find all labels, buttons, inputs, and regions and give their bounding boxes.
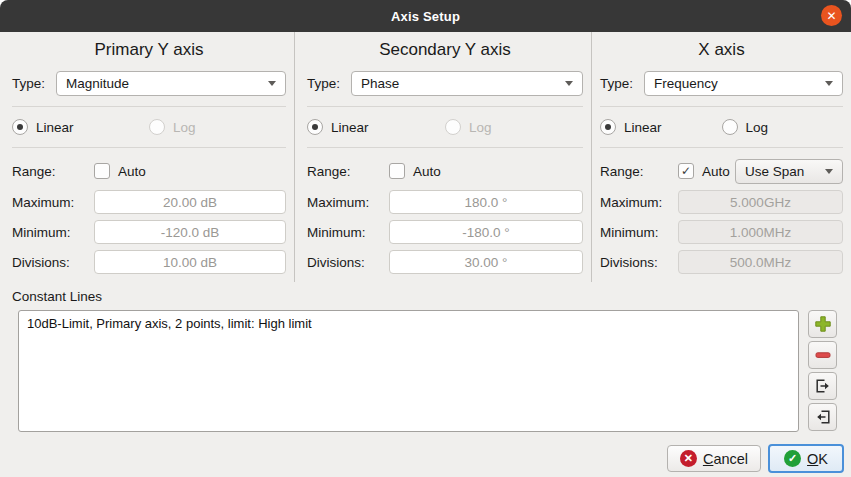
- secondary-auto-checkbox[interactable]: [389, 163, 405, 179]
- chevron-down-icon: [565, 81, 573, 86]
- primary-type-dropdown[interactable]: Magnitude: [56, 71, 286, 96]
- maximum-label: Maximum:: [307, 195, 389, 210]
- titlebar: Axis Setup ✕: [0, 0, 851, 32]
- radio-icon: [307, 119, 323, 135]
- secondary-linear-radio[interactable]: Linear: [307, 119, 445, 135]
- primary-log-radio: Log: [149, 119, 286, 135]
- x-auto-checkbox[interactable]: ✓: [678, 163, 694, 179]
- ok-button[interactable]: ✓ OK: [768, 444, 844, 473]
- add-line-button[interactable]: [808, 310, 837, 338]
- radio-icon: [722, 119, 738, 135]
- window-title: Axis Setup: [391, 9, 460, 24]
- divisions-label: Divisions:: [307, 255, 389, 270]
- panel-title-primary-y: Primary Y axis: [12, 40, 286, 60]
- x-minimum-field: 1.000MHz: [678, 220, 843, 244]
- radio-icon: [12, 119, 28, 135]
- x-maximum-field: 5.000GHz: [678, 190, 843, 214]
- ok-check-icon: ✓: [784, 450, 801, 467]
- constant-lines-buttons: [808, 310, 837, 432]
- constant-lines-list[interactable]: 10dB-Limit, Primary axis, 2 points, limi…: [18, 310, 799, 432]
- range-label: Range:: [600, 164, 678, 179]
- type-label: Type:: [307, 76, 351, 91]
- export-icon: [814, 377, 832, 395]
- x-linear-radio[interactable]: Linear: [600, 119, 722, 135]
- axis-columns: Primary Y axis Type: Magnitude Linear Lo…: [0, 32, 851, 282]
- range-label: Range:: [307, 164, 389, 179]
- secondary-divisions-field[interactable]: 30.00 °: [389, 250, 583, 274]
- primary-type-value: Magnitude: [66, 76, 129, 91]
- remove-line-button[interactable]: [808, 341, 837, 369]
- chevron-down-icon: [268, 81, 276, 86]
- minimum-label: Minimum:: [12, 225, 94, 240]
- divider: [12, 106, 286, 107]
- type-label: Type:: [12, 76, 56, 91]
- panel-title-secondary-y: Secondary Y axis: [307, 40, 583, 60]
- chevron-down-icon: [825, 169, 833, 174]
- x-type-value: Frequency: [654, 76, 718, 91]
- maximum-label: Maximum:: [600, 195, 678, 210]
- radio-icon: [445, 119, 461, 135]
- primary-minimum-field[interactable]: -120.0 dB: [94, 220, 286, 244]
- divisions-label: Divisions:: [600, 255, 678, 270]
- divider: [600, 106, 843, 107]
- close-icon[interactable]: ✕: [821, 5, 842, 26]
- ok-label: OK: [807, 451, 828, 467]
- secondary-minimum-field[interactable]: -180.0 °: [389, 220, 583, 244]
- dialog-footer: ✕ Cancel ✓ OK: [0, 444, 851, 473]
- export-lines-button[interactable]: [808, 372, 837, 400]
- range-label: Range:: [12, 164, 94, 179]
- cancel-x-icon: ✕: [680, 450, 697, 467]
- auto-label: Auto: [413, 164, 441, 179]
- list-item[interactable]: 10dB-Limit, Primary axis, 2 points, limi…: [19, 311, 798, 335]
- panel-title-x-axis: X axis: [600, 40, 843, 60]
- primary-maximum-field[interactable]: 20.00 dB: [94, 190, 286, 214]
- divider: [307, 147, 583, 148]
- x-divisions-field: 500.0MHz: [678, 250, 843, 274]
- x-type-dropdown[interactable]: Frequency: [644, 71, 843, 96]
- x-log-radio[interactable]: Log: [722, 119, 844, 135]
- x-axis-panel: X axis Type: Frequency Linear Log: [592, 32, 851, 282]
- secondary-type-dropdown[interactable]: Phase: [351, 71, 583, 96]
- x-span-dropdown[interactable]: Use Span: [735, 159, 843, 184]
- plus-icon: [814, 315, 832, 333]
- secondary-maximum-field[interactable]: 180.0 °: [389, 190, 583, 214]
- cancel-button[interactable]: ✕ Cancel: [667, 445, 761, 472]
- primary-linear-radio[interactable]: Linear: [12, 119, 149, 135]
- chevron-down-icon: [825, 81, 833, 86]
- divisions-label: Divisions:: [12, 255, 94, 270]
- x-span-value: Use Span: [745, 164, 804, 179]
- primary-auto-checkbox[interactable]: [94, 163, 110, 179]
- secondary-type-value: Phase: [361, 76, 399, 91]
- primary-y-axis-panel: Primary Y axis Type: Magnitude Linear Lo…: [0, 32, 295, 282]
- minimum-label: Minimum:: [307, 225, 389, 240]
- divider: [600, 147, 843, 148]
- radio-icon: [149, 119, 165, 135]
- type-label: Type:: [600, 76, 644, 91]
- constant-lines-label: Constant Lines: [12, 289, 851, 304]
- primary-divisions-field[interactable]: 10.00 dB: [94, 250, 286, 274]
- cancel-label: Cancel: [703, 451, 748, 467]
- minus-icon: [814, 346, 832, 364]
- constant-lines-area: 10dB-Limit, Primary axis, 2 points, limi…: [0, 310, 851, 432]
- auto-label: Auto: [702, 164, 730, 179]
- auto-label: Auto: [118, 164, 146, 179]
- maximum-label: Maximum:: [12, 195, 94, 210]
- axis-setup-dialog: Axis Setup ✕ Primary Y axis Type: Magnit…: [0, 0, 851, 477]
- minimum-label: Minimum:: [600, 225, 678, 240]
- import-lines-button[interactable]: [808, 403, 837, 431]
- import-icon: [814, 408, 832, 426]
- divider: [307, 106, 583, 107]
- divider: [12, 147, 286, 148]
- secondary-y-axis-panel: Secondary Y axis Type: Phase Linear Log: [295, 32, 592, 282]
- secondary-log-radio: Log: [445, 119, 583, 135]
- radio-icon: [600, 119, 616, 135]
